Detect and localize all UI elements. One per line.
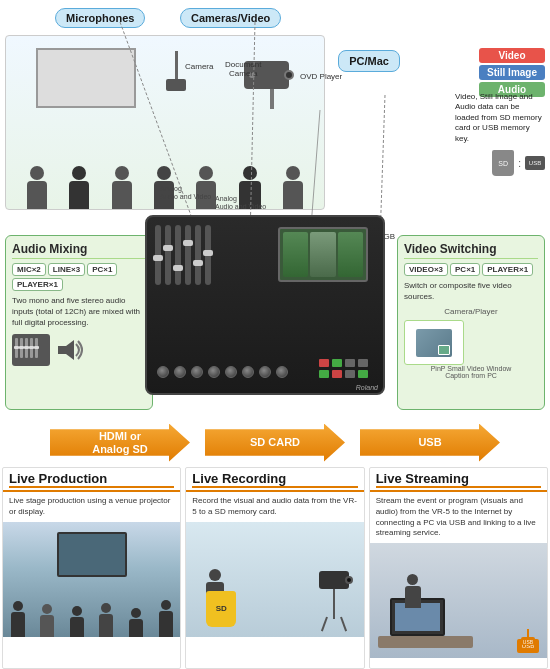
live-recording-image: SD xyxy=(186,522,363,637)
tag-video3: VIDEO×3 xyxy=(404,263,448,276)
doc-camera-label: DocumentCamera xyxy=(225,60,261,78)
illustration xyxy=(5,35,325,210)
tag-player1-v: PLAYER×1 xyxy=(482,263,533,276)
audio-mixing-desc: Two mono and five stereo audio inputs (t… xyxy=(12,295,146,329)
live-recording-col: Live Recording Record the visual and aud… xyxy=(185,467,364,669)
svg-marker-8 xyxy=(58,340,74,360)
mixer-brand-label: Roland xyxy=(356,384,378,391)
cam-player-label: Camera/Player xyxy=(404,307,538,316)
tag-pc1-v: PC×1 xyxy=(450,263,480,276)
live-production-header: Live Production xyxy=(3,468,180,492)
pip-box xyxy=(438,345,450,355)
live-production-col: Live Production Live stage production us… xyxy=(2,467,181,669)
video-switching-panel: Video Switching VIDEO×3 PC×1 PLAYER×1 Sw… xyxy=(397,235,545,410)
video-pill: Video xyxy=(479,48,545,63)
live-recording-header: Live Recording xyxy=(186,468,363,492)
mixer-device: Roland xyxy=(145,215,385,395)
speaker-icon xyxy=(56,336,88,364)
microphones-bubble: Microphones xyxy=(55,8,145,28)
cam-illustration xyxy=(404,320,464,365)
ls-person xyxy=(405,574,421,608)
audio-mixing-icons xyxy=(12,334,146,366)
hdmi-arrow: HDMI orAnalog SD xyxy=(43,418,198,468)
tag-player1: PLAYER×1 xyxy=(12,278,63,291)
usb-icon xyxy=(525,156,545,170)
lr-camera-tripod xyxy=(319,571,349,632)
live-streaming-col: Live Streaming Stream the event or progr… xyxy=(369,467,548,669)
mixer-screen xyxy=(278,227,368,282)
audio-mixing-panel: Audio Mixing MIC×2 LINE×3 PC×1 PLAYER×1 … xyxy=(5,235,153,410)
pcmac-box: PC/Mac xyxy=(338,50,400,72)
mixer-buttons xyxy=(319,359,368,378)
live-streaming-title: Live Streaming xyxy=(376,472,541,485)
lp-screen xyxy=(57,532,127,577)
ls-desk xyxy=(378,636,473,648)
live-streaming-header: Live Streaming xyxy=(370,468,547,492)
live-streaming-image: USB xyxy=(370,543,547,658)
sdcard-arrow: SD CARD xyxy=(198,418,353,468)
still-pill: Still Image xyxy=(479,65,545,80)
live-recording-title: Live Recording xyxy=(192,472,357,485)
live-production-bg xyxy=(3,522,180,637)
mixer-knobs xyxy=(157,366,288,378)
lr-sd-card: SD xyxy=(206,591,236,627)
live-production-desc: Live stage production using a venue proj… xyxy=(3,492,180,522)
tag-pc1: PC×1 xyxy=(87,263,117,276)
cam-screen xyxy=(416,329,452,357)
video-switching-tags: VIDEO×3 PC×1 PLAYER×1 xyxy=(404,263,538,276)
arrows-area: HDMI orAnalog SD SD CARD USB xyxy=(0,415,550,470)
pip-caption: PinP Small Video Window xyxy=(404,365,538,372)
mixer-faders xyxy=(155,225,211,285)
audio-mixing-tags: MIC×2 LINE×3 PC×1 PLAYER×1 xyxy=(12,263,146,291)
svg-text:USB: USB xyxy=(523,639,534,645)
ls-usb-icon: USB xyxy=(517,639,539,653)
live-recording-bg: SD xyxy=(186,522,363,637)
tag-mic2: MIC×2 xyxy=(12,263,46,276)
video-switching-title: Video Switching xyxy=(404,242,538,259)
usb-arrow: USB xyxy=(353,418,508,468)
analog-av-label-1: AnalogAudio and Video xyxy=(160,185,211,202)
live-streaming-bg: USB xyxy=(370,543,547,658)
live-recording-desc: Record the visual and audio data from th… xyxy=(186,492,363,522)
media-pills: Video Still Image Audio xyxy=(479,48,545,97)
mixer-mini-icon xyxy=(12,334,50,366)
hdmi-arrow-shape xyxy=(50,424,190,462)
live-production-title: Live Production xyxy=(9,472,174,485)
ovd-player-label: OVD Player xyxy=(300,72,342,81)
cam-player-area: Camera/Player PinP Small Video Window Ca… xyxy=(404,307,538,379)
cameras-bubble: Cameras/Video xyxy=(180,8,281,28)
analog-av-label-2: AnalogAudio and Video xyxy=(215,195,266,212)
live-production-image xyxy=(3,522,180,637)
projection-screen xyxy=(36,48,136,108)
camera-label: Camera xyxy=(185,62,213,71)
tag-line3: LINE×3 xyxy=(48,263,85,276)
live-streaming-desc: Stream the event or program (visuals and… xyxy=(370,492,547,543)
top-diagram: Microphones Cameras/Video PC/Mac Video S… xyxy=(0,0,550,230)
video-switching-desc: Switch or composite five video sources. xyxy=(404,280,538,302)
sd-card-icon xyxy=(492,150,514,176)
caption-from-pc: Caption from PC xyxy=(404,372,538,379)
bottom-sections: Live Production Live stage production us… xyxy=(0,467,550,669)
audio-mixing-title: Audio Mixing xyxy=(12,242,146,259)
media-icons: : xyxy=(492,150,545,176)
lp-audience xyxy=(3,600,180,637)
media-desc: Video, Still Image and Audio data can be… xyxy=(455,92,545,144)
